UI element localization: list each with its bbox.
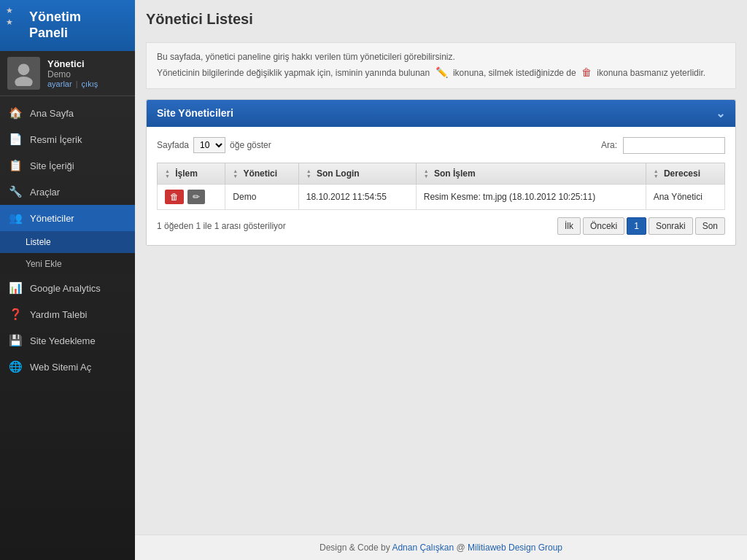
home-icon: 🏠 (9, 106, 23, 120)
main-content: Yönetici Listesi Bu sayfada, yönetici pa… (135, 0, 747, 560)
sidebar-label-yoneticiler: Yöneticiler (30, 213, 74, 224)
sidebar-item-site-icerigi[interactable]: 📋 Site İçeriği (0, 152, 135, 179)
list-icon: 📋 (9, 159, 23, 172)
user-role: Yönetici (47, 58, 98, 69)
sidebar-item-google-analytics[interactable]: 📊 Google Analytics (0, 275, 135, 301)
users-icon: 👥 (9, 211, 23, 225)
sidebar-item-yoneticiler[interactable]: 👥 Yöneticiler (0, 205, 135, 231)
table-footer: 1 öğeden 1 ile 1 arası gösteriliyor İlk … (157, 217, 725, 235)
star-icon-1: ★ (6, 6, 13, 15)
col-derecesi: ▲▼ Derecesi (646, 163, 724, 184)
settings-link[interactable]: ayarlar (47, 79, 72, 88)
sidebar-item-ana-sayfa[interactable]: 🏠 Ana Sayfa (0, 100, 135, 126)
backup-icon: 💾 (9, 334, 23, 347)
page-title: Yönetici Listesi (146, 11, 736, 34)
sidebar-item-yeni-ekle[interactable]: Yeni Ekle (0, 253, 135, 275)
last-page-button[interactable]: Son (695, 217, 725, 235)
sidebar-item-listele[interactable]: Listele (0, 231, 135, 253)
svg-point-1 (15, 77, 33, 86)
info-line-2: Yöneticinin bilgilerinde değişiklik yapm… (157, 64, 725, 80)
admin-table: ▲▼ İşlem ▲▼ Yönetici ▲▼ Son Login (157, 163, 725, 211)
avatar (7, 57, 40, 90)
edit-button[interactable]: ✏ (187, 190, 205, 204)
yoneticiler-subnav: Listele Yeni Ekle (0, 231, 135, 275)
footer: Design & Code by Adnan Çalışkan @ Militi… (135, 534, 747, 560)
sidebar-item-web-sitemi-ac[interactable]: 🌐 Web Sitemi Aç (0, 354, 135, 380)
user-name: Demo (47, 69, 98, 79)
help-icon: ❓ (9, 308, 23, 321)
sidebar-item-resmi-icerik[interactable]: 📄 Resmi İçerik (0, 126, 135, 152)
star-icon-2: ★ (6, 18, 13, 27)
per-page-select[interactable]: 10 25 50 (193, 137, 225, 153)
chevron-down-icon[interactable]: ⌄ (716, 106, 725, 120)
delete-button[interactable]: 🗑 (165, 190, 184, 204)
pagination: İlk Önceki 1 Sonraki Son (557, 217, 725, 235)
per-page-label: Sayfada (157, 140, 189, 150)
logo: ★ ★ Yönetim Paneli (0, 0, 135, 51)
derecesi-cell: Ana Yönetici (646, 184, 724, 210)
panel-header: Site Yöneticileri ⌄ (147, 100, 735, 127)
panel: Site Yöneticileri ⌄ Sayfada 10 25 50 (146, 99, 736, 246)
panel-body: Sayfada 10 25 50 öğe göster Ara: (147, 127, 735, 246)
col-islem: ▲▼ İşlem (158, 163, 225, 184)
company-link[interactable]: Militiaweb Design Group (468, 542, 562, 553)
sidebar-label-google-analytics: Google Analytics (30, 283, 101, 294)
sidebar-label-araclar: Araçlar (30, 187, 60, 198)
logout-link[interactable]: çıkış (82, 79, 98, 88)
sidebar-label-web-sitemi-ac: Web Sitemi Aç (30, 362, 91, 373)
next-page-button[interactable]: Sonraki (649, 217, 693, 235)
son-login-cell: 18.10.2012 11:54:55 (298, 184, 416, 210)
col-son-login: ▲▼ Son Login (298, 163, 416, 184)
sidebar-label-site-yedekleme: Site Yedekleme (30, 335, 96, 346)
edit-icon-inline: ✏️ (436, 66, 448, 78)
sidebar-item-yardim-talebi[interactable]: ❓ Yardım Talebi (0, 301, 135, 327)
action-cell: 🗑 ✏ (158, 184, 225, 210)
son-islem-cell: Resim Kesme: tm.jpg (18.10.2012 10:25:11… (416, 184, 646, 210)
author-link[interactable]: Adnan Çalışkan (392, 542, 454, 553)
document-icon: 📄 (9, 133, 23, 146)
sidebar: ★ ★ Yönetim Paneli Yönetici Demo ayarlar (0, 0, 135, 560)
sidebar-label-yardim-talebi: Yardım Talebi (30, 309, 87, 320)
sidebar-item-araclar[interactable]: 🔧 Araçlar (0, 179, 135, 205)
search-input[interactable] (623, 137, 725, 154)
per-page-control: Sayfada 10 25 50 öğe göster (157, 137, 271, 153)
table-body: 🗑 ✏ Demo 18.10.2012 11:54:55 Resim Kesme… (158, 184, 725, 210)
per-page-suffix: öğe göster (230, 140, 271, 150)
tools-icon: 🔧 (9, 185, 23, 198)
user-panel: Yönetici Demo ayarlar | çıkış (0, 51, 135, 96)
sidebar-label-site-icerigi: Site İçeriği (30, 160, 74, 171)
globe-icon: 🌐 (9, 360, 23, 373)
info-line-1: Bu sayfada, yönetici paneline giriş hakk… (157, 50, 725, 64)
sidebar-label-ana-sayfa: Ana Sayfa (30, 108, 74, 119)
sidebar-label-resmi-icerik: Resmi İçerik (30, 134, 82, 145)
logo-text: Yönetim Paneli (29, 9, 81, 41)
prev-page-button[interactable]: Önceki (583, 217, 624, 235)
table-header-row: ▲▼ İşlem ▲▼ Yönetici ▲▼ Son Login (158, 163, 725, 184)
panel-title: Site Yöneticileri (157, 107, 233, 119)
col-yonetici: ▲▼ Yönetici (225, 163, 298, 184)
trash-icon-inline: 🗑 (581, 66, 592, 78)
sidebar-item-site-yedekleme[interactable]: 💾 Site Yedekleme (0, 327, 135, 354)
current-page-button[interactable]: 1 (627, 217, 646, 235)
search-label: Ara: (601, 140, 617, 150)
svg-point-0 (18, 63, 30, 75)
yonetici-cell: Demo (225, 184, 298, 210)
info-box: Bu sayfada, yönetici paneline giriş hakk… (146, 42, 736, 89)
col-son-islem: ▲▼ Son İşlem (416, 163, 646, 184)
table-info: 1 öğeden 1 ile 1 arası gösteriliyor (157, 221, 286, 231)
analytics-icon: 📊 (9, 281, 23, 295)
content-area: Yönetici Listesi Bu sayfada, yönetici pa… (135, 0, 747, 534)
table-controls: Sayfada 10 25 50 öğe göster Ara: (157, 137, 725, 154)
user-info: Yönetici Demo ayarlar | çıkış (47, 58, 98, 88)
navigation: 🏠 Ana Sayfa 📄 Resmi İçerik 📋 Site İçeriğ… (0, 96, 135, 560)
first-page-button[interactable]: İlk (557, 217, 581, 235)
table-row: 🗑 ✏ Demo 18.10.2012 11:54:55 Resim Kesme… (158, 184, 725, 210)
search-area: Ara: (601, 137, 725, 154)
